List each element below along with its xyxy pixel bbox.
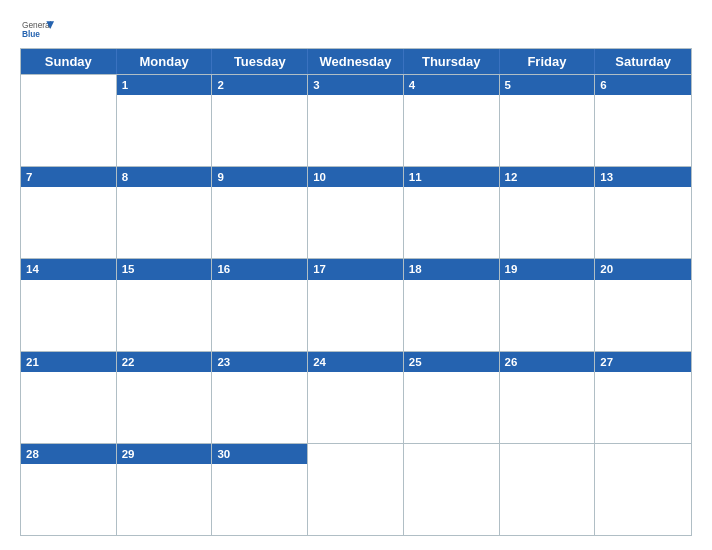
cal-cell-empty-4-4: [404, 444, 500, 535]
day-number: 27: [595, 352, 691, 372]
day-number: 14: [21, 259, 116, 279]
day-number: 16: [212, 259, 307, 279]
day-number: 12: [500, 167, 595, 187]
day-number: 10: [308, 167, 403, 187]
week-row-3: 14151617181920: [21, 258, 691, 350]
day-number: 26: [500, 352, 595, 372]
day-number: 21: [21, 352, 116, 372]
day-number: 15: [117, 259, 212, 279]
day-number: 9: [212, 167, 307, 187]
day-number: 24: [308, 352, 403, 372]
cal-cell-3: 3: [308, 75, 404, 166]
cal-cell-empty-4-3: [308, 444, 404, 535]
cal-cell-25: 25: [404, 352, 500, 443]
cal-cell-23: 23: [212, 352, 308, 443]
header-day-tuesday: Tuesday: [212, 49, 308, 74]
cal-cell-20: 20: [595, 259, 691, 350]
calendar-header: SundayMondayTuesdayWednesdayThursdayFrid…: [21, 49, 691, 74]
day-number: 22: [117, 352, 212, 372]
cal-cell-14: 14: [21, 259, 117, 350]
day-number: 11: [404, 167, 499, 187]
day-number: 7: [21, 167, 116, 187]
header-day-monday: Monday: [117, 49, 213, 74]
header-day-sunday: Sunday: [21, 49, 117, 74]
day-number: 5: [500, 75, 595, 95]
cal-cell-empty-4-5: [500, 444, 596, 535]
day-number: 2: [212, 75, 307, 95]
day-number: 3: [308, 75, 403, 95]
header-day-saturday: Saturday: [595, 49, 691, 74]
cal-cell-10: 10: [308, 167, 404, 258]
header-day-friday: Friday: [500, 49, 596, 74]
cal-cell-27: 27: [595, 352, 691, 443]
cal-cell-18: 18: [404, 259, 500, 350]
week-row-5: 282930: [21, 443, 691, 535]
day-number: 25: [404, 352, 499, 372]
svg-text:Blue: Blue: [22, 29, 40, 38]
day-number: 4: [404, 75, 499, 95]
page-header: General Blue: [20, 18, 692, 38]
cal-cell-16: 16: [212, 259, 308, 350]
week-row-1: 123456: [21, 74, 691, 166]
cal-cell-5: 5: [500, 75, 596, 166]
cal-cell-1: 1: [117, 75, 213, 166]
cal-cell-28: 28: [21, 444, 117, 535]
cal-cell-30: 30: [212, 444, 308, 535]
cal-cell-17: 17: [308, 259, 404, 350]
day-number: 1: [117, 75, 212, 95]
day-number: 28: [21, 444, 116, 464]
cal-cell-13: 13: [595, 167, 691, 258]
cal-cell-24: 24: [308, 352, 404, 443]
cal-cell-29: 29: [117, 444, 213, 535]
header-day-wednesday: Wednesday: [308, 49, 404, 74]
cal-cell-15: 15: [117, 259, 213, 350]
cal-cell-9: 9: [212, 167, 308, 258]
cal-cell-7: 7: [21, 167, 117, 258]
cal-cell-empty-4-6: [595, 444, 691, 535]
cal-cell-19: 19: [500, 259, 596, 350]
day-number: 6: [595, 75, 691, 95]
day-number: 19: [500, 259, 595, 279]
cal-cell-6: 6: [595, 75, 691, 166]
cal-cell-12: 12: [500, 167, 596, 258]
calendar-grid: SundayMondayTuesdayWednesdayThursdayFrid…: [20, 48, 692, 536]
week-row-2: 78910111213: [21, 166, 691, 258]
day-number: 13: [595, 167, 691, 187]
cal-cell-21: 21: [21, 352, 117, 443]
day-number: 8: [117, 167, 212, 187]
day-number: 17: [308, 259, 403, 279]
day-number: 29: [117, 444, 212, 464]
cal-cell-11: 11: [404, 167, 500, 258]
calendar-page: General Blue SundayMondayTuesdayWednesda…: [0, 0, 712, 550]
cal-cell-22: 22: [117, 352, 213, 443]
day-number: 20: [595, 259, 691, 279]
calendar-body: 1234567891011121314151617181920212223242…: [21, 74, 691, 535]
cal-cell-26: 26: [500, 352, 596, 443]
cal-cell-2: 2: [212, 75, 308, 166]
cal-cell-4: 4: [404, 75, 500, 166]
week-row-4: 21222324252627: [21, 351, 691, 443]
cal-cell-empty-0-0: [21, 75, 117, 166]
day-number: 23: [212, 352, 307, 372]
day-number: 18: [404, 259, 499, 279]
day-number: 30: [212, 444, 307, 464]
cal-cell-8: 8: [117, 167, 213, 258]
header-day-thursday: Thursday: [404, 49, 500, 74]
logo: General Blue: [20, 18, 56, 38]
